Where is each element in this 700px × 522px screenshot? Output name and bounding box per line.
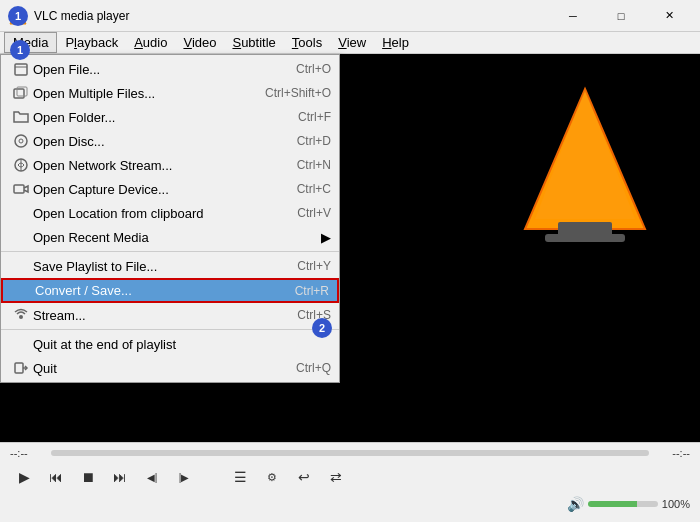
menu-subtitle[interactable]: Subtitle xyxy=(224,33,283,52)
open-folder-icon xyxy=(9,109,33,125)
title-bar: VLC media player ─ □ ✕ xyxy=(0,0,700,32)
open-location-label: Open Location from clipboard xyxy=(33,206,277,221)
menu-audio[interactable]: Audio xyxy=(126,33,175,52)
volume-area: 🔊 100% xyxy=(567,496,690,512)
quit-icon xyxy=(9,360,33,376)
open-capture-label: Open Capture Device... xyxy=(33,182,277,197)
convert-save-shortcut: Ctrl+R xyxy=(295,284,329,298)
menu-open-disc[interactable]: Open Disc... Ctrl+D xyxy=(1,129,339,153)
loop-button[interactable]: ↩ xyxy=(290,465,318,489)
separator-1 xyxy=(1,251,339,252)
open-location-shortcut: Ctrl+V xyxy=(297,206,331,220)
svg-rect-6 xyxy=(15,64,27,75)
badge-2-overlay: 2 xyxy=(312,318,332,338)
save-playlist-shortcut: Ctrl+Y xyxy=(297,259,331,273)
menu-stream[interactable]: Stream... Ctrl+S xyxy=(1,303,339,327)
menu-open-multiple[interactable]: Open Multiple Files... Ctrl+Shift+O xyxy=(1,81,339,105)
menu-save-playlist[interactable]: Save Playlist to File... Ctrl+Y xyxy=(1,254,339,278)
media-dropdown: Open File... Ctrl+O Open Multiple Files.… xyxy=(0,54,340,383)
svg-point-14 xyxy=(19,315,23,319)
menu-convert-save[interactable]: Convert / Save... Ctrl+R xyxy=(1,278,339,303)
menu-playback[interactable]: Playback xyxy=(57,33,126,52)
open-folder-label: Open Folder... xyxy=(33,110,278,125)
open-disc-shortcut: Ctrl+D xyxy=(297,134,331,148)
random-button[interactable]: ⇄ xyxy=(322,465,350,489)
control-buttons: ▶ ⏮ ⏹ ⏭ ◀| |▶ ☰ ⚙ ↩ ⇄ 🔊 100% xyxy=(0,461,700,493)
maximize-button[interactable]: □ xyxy=(598,0,644,32)
menu-help[interactable]: Help xyxy=(374,33,417,52)
volume-icon: 🔊 xyxy=(567,496,584,512)
minimize-button[interactable]: ─ xyxy=(550,0,596,32)
next-button[interactable]: ⏭ xyxy=(106,465,134,489)
open-capture-shortcut: Ctrl+C xyxy=(297,182,331,196)
frame-back-button[interactable]: ◀| xyxy=(138,465,166,489)
open-disc-icon xyxy=(9,133,33,149)
badge-1: 1 xyxy=(8,6,28,26)
play-button[interactable]: ▶ xyxy=(10,465,38,489)
open-file-shortcut: Ctrl+O xyxy=(296,62,331,76)
menu-open-file[interactable]: Open File... Ctrl+O xyxy=(1,57,339,81)
open-network-shortcut: Ctrl+N xyxy=(297,158,331,172)
close-button[interactable]: ✕ xyxy=(646,0,692,32)
svg-marker-3 xyxy=(535,89,635,219)
open-file-label: Open File... xyxy=(33,62,276,77)
main-area: Open File... Ctrl+O Open Multiple Files.… xyxy=(0,54,700,442)
save-playlist-label: Save Playlist to File... xyxy=(33,259,277,274)
quit-label: Quit xyxy=(33,361,276,376)
menu-open-recent[interactable]: Open Recent Media ▶ xyxy=(1,225,339,249)
time-left: --:-- xyxy=(10,447,45,459)
frame-fwd-button[interactable]: |▶ xyxy=(170,465,198,489)
separator-2 xyxy=(1,329,339,330)
menu-quit-end[interactable]: Quit at the end of playlist xyxy=(1,332,339,356)
progress-bar-area: --:-- --:-- xyxy=(0,443,700,461)
menu-open-capture[interactable]: Open Capture Device... Ctrl+C xyxy=(1,177,339,201)
progress-track[interactable] xyxy=(51,450,649,456)
open-network-label: Open Network Stream... xyxy=(33,158,277,173)
open-multiple-shortcut: Ctrl+Shift+O xyxy=(265,86,331,100)
quit-shortcut: Ctrl+Q xyxy=(296,361,331,375)
extended-button[interactable]: ⚙ xyxy=(258,465,286,489)
stream-icon xyxy=(9,307,33,323)
open-multiple-icon xyxy=(9,85,33,101)
svg-point-10 xyxy=(19,139,23,143)
quit-end-label: Quit at the end of playlist xyxy=(33,337,311,352)
menu-bar: Media Playback Audio Video Subtitle Tool… xyxy=(0,32,700,54)
time-right: --:-- xyxy=(655,447,690,459)
menu-open-location[interactable]: Open Location from clipboard Ctrl+V xyxy=(1,201,339,225)
bottom-controls: --:-- --:-- ▶ ⏮ ⏹ ⏭ ◀| |▶ ☰ ⚙ ↩ ⇄ 🔊 100% xyxy=(0,442,700,522)
open-capture-icon xyxy=(9,181,33,197)
badge-1-overlay: 1 xyxy=(10,40,30,60)
menu-quit[interactable]: Quit Ctrl+Q xyxy=(1,356,339,380)
svg-rect-15 xyxy=(15,363,23,373)
open-file-icon xyxy=(9,61,33,77)
convert-save-label: Convert / Save... xyxy=(35,283,275,298)
menu-tools[interactable]: Tools xyxy=(284,33,330,52)
stop-button[interactable]: ⏹ xyxy=(74,465,102,489)
svg-point-9 xyxy=(15,135,27,147)
menu-open-network[interactable]: Open Network Stream... Ctrl+N xyxy=(1,153,339,177)
volume-track[interactable] xyxy=(588,501,658,507)
open-recent-label: Open Recent Media xyxy=(33,230,291,245)
svg-rect-7 xyxy=(14,89,24,98)
menu-open-folder[interactable]: Open Folder... Ctrl+F xyxy=(1,105,339,129)
open-recent-arrow: ▶ xyxy=(321,230,331,245)
playlist-button[interactable]: ☰ xyxy=(226,465,254,489)
svg-rect-5 xyxy=(545,234,625,242)
open-multiple-label: Open Multiple Files... xyxy=(33,86,245,101)
svg-rect-13 xyxy=(14,185,24,193)
menu-video[interactable]: Video xyxy=(175,33,224,52)
open-folder-shortcut: Ctrl+F xyxy=(298,110,331,124)
menu-view[interactable]: View xyxy=(330,33,374,52)
window-title: VLC media player xyxy=(34,9,550,23)
volume-label: 100% xyxy=(662,498,690,510)
stream-label: Stream... xyxy=(33,308,277,323)
open-disc-label: Open Disc... xyxy=(33,134,277,149)
window-controls: ─ □ ✕ xyxy=(550,0,692,32)
prev-button[interactable]: ⏮ xyxy=(42,465,70,489)
open-network-icon xyxy=(9,157,33,173)
